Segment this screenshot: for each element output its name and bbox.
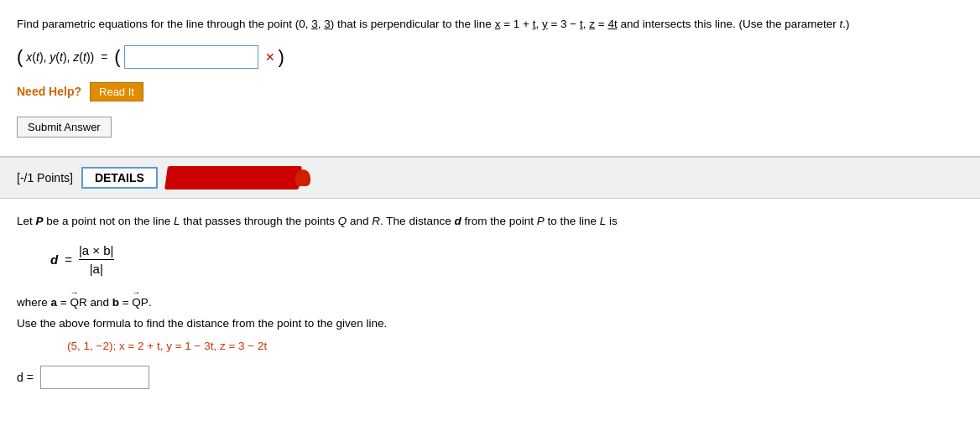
details-button[interactable]: DETAILS — [81, 167, 158, 189]
details-section: [-/1 Points] DETAILS — [0, 157, 980, 199]
answer2-label: d = — [17, 371, 34, 384]
use-text: Use the above formula to find the distan… — [17, 317, 963, 330]
close-paren: ) — [279, 48, 284, 66]
formula-block: d = |a × b| |a| — [50, 243, 963, 276]
answer-input[interactable] — [124, 45, 258, 69]
need-help-label: Need Help? — [17, 85, 81, 98]
answer2-row: d = — [17, 366, 963, 389]
read-it-button[interactable]: Read It — [90, 82, 143, 101]
problem2-intro: Let P be a point not on the line L that … — [17, 212, 963, 231]
bottom-section: Let P be a point not on the line L that … — [0, 199, 980, 406]
formula-denominator: |a| — [90, 260, 103, 276]
formula-numerator: |a × b| — [79, 243, 114, 260]
where-text: where a = →QR and b = →QP. — [17, 288, 963, 309]
points-label: [-/1 Points] — [17, 171, 73, 184]
equals-sign: = — [97, 50, 111, 64]
formula-d-label: d — [50, 252, 58, 267]
formula-equals: = — [65, 252, 72, 267]
redacted-content — [164, 166, 302, 190]
need-help-row: Need Help? Read It — [17, 82, 963, 101]
submit-row: Submit Answer — [17, 117, 963, 148]
error-x: ✕ — [265, 50, 275, 64]
formula-fraction: |a × b| |a| — [79, 243, 114, 276]
answer-row: ( x(t), y(t), z(t)) = ( ✕ ) — [17, 45, 963, 69]
open-paren2: ( — [114, 48, 120, 66]
open-paren: ( — [17, 48, 23, 66]
xyz-label: x(t), y(t), z(t)) — [26, 50, 94, 64]
submit-button[interactable]: Submit Answer — [17, 117, 112, 138]
problem1-text: Find parametric equations for the line t… — [17, 15, 963, 34]
answer2-input[interactable] — [40, 366, 149, 389]
top-section: Find parametric equations for the line t… — [0, 0, 980, 156]
given-values: (5, 1, −2); x = 2 + t, y = 1 − 3t, z = 3… — [67, 340, 963, 352]
